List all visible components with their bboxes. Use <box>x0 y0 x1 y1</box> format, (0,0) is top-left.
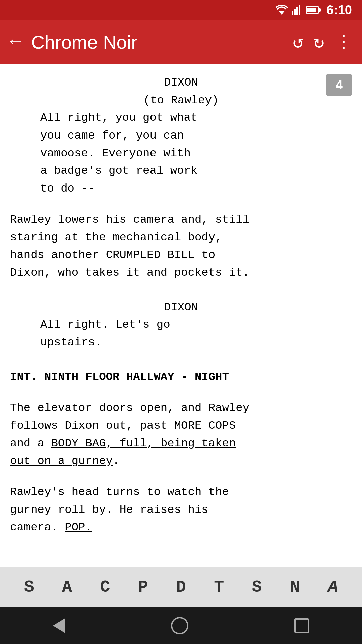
more-menu-button[interactable]: ⋮ <box>335 31 352 53</box>
script-content: 4 DIXON (to Rawley) All right, you got w… <box>0 64 362 567</box>
nav-home-button[interactable] <box>171 617 188 634</box>
signal-icon <box>292 5 302 15</box>
status-time: 6:10 <box>326 3 352 17</box>
dialogue-dixon-2: All right. Let's goupstairs. <box>40 316 322 351</box>
scene-heading-hallway: INT. NINTH FLOOR HALLWAY - NIGHT <box>10 368 352 386</box>
svg-rect-3 <box>296 7 298 15</box>
back-button[interactable]: ← <box>10 33 21 51</box>
action-rawley-camera: Rawley lowers his camera and, still star… <box>10 211 352 282</box>
action2-button[interactable]: A <box>318 578 348 597</box>
action-elevator: The elevator doors open, and Rawley foll… <box>10 399 352 470</box>
script-toolbar: S A C P D T S N A <box>0 567 362 607</box>
character-button[interactable]: C <box>90 578 120 597</box>
app-bar-actions: ↺ ↻ ⋮ <box>293 31 352 53</box>
wifi-icon <box>276 5 288 15</box>
battery-fill <box>307 8 316 12</box>
dialogue-button[interactable]: D <box>166 578 196 597</box>
dialogue-dixon-1: All right, you got whatyou came for, you… <box>40 109 322 197</box>
character-dixon-2: DIXON <box>10 299 352 316</box>
app-title: Chrome Noir <box>31 31 293 53</box>
home-circle-icon <box>171 617 188 634</box>
nav-bar <box>0 607 362 644</box>
script-body: DIXON (to Rawley) All right, you got wha… <box>10 74 352 536</box>
nav-recent-button[interactable] <box>294 618 309 633</box>
recent-square-icon <box>294 618 309 633</box>
page-number-badge: 4 <box>326 74 352 96</box>
nav-back-button[interactable] <box>53 618 65 633</box>
svg-marker-0 <box>278 11 285 15</box>
undo-button[interactable]: ↺ <box>293 31 304 53</box>
scene-heading-button[interactable]: S <box>14 578 44 597</box>
character-dixon-1: DIXON <box>10 74 352 92</box>
redo-button[interactable]: ↻ <box>313 31 324 53</box>
svg-rect-1 <box>292 11 293 15</box>
status-bar: 6:10 <box>0 0 362 20</box>
parenthetical-rawley: (to Rawley) <box>10 92 352 109</box>
parenthetical-button[interactable]: P <box>128 578 158 597</box>
app-bar: ← Chrome Noir ↺ ↻ ⋮ <box>0 20 362 64</box>
svg-rect-4 <box>299 5 300 15</box>
battery-icon <box>306 6 319 14</box>
transition-button[interactable]: T <box>204 578 234 597</box>
back-triangle-icon <box>53 618 65 633</box>
action-button[interactable]: A <box>52 578 82 597</box>
underline-body-bag: BODY BAG, full, being taken out on a gur… <box>10 437 236 468</box>
underline-pop: POP. <box>65 521 92 534</box>
svg-rect-2 <box>294 9 296 15</box>
shot-button[interactable]: S <box>242 578 272 597</box>
status-icons: 6:10 <box>276 3 352 17</box>
action-rawley-head: Rawley's head turns to watch the gurney … <box>10 483 352 536</box>
note-button[interactable]: N <box>280 578 310 597</box>
